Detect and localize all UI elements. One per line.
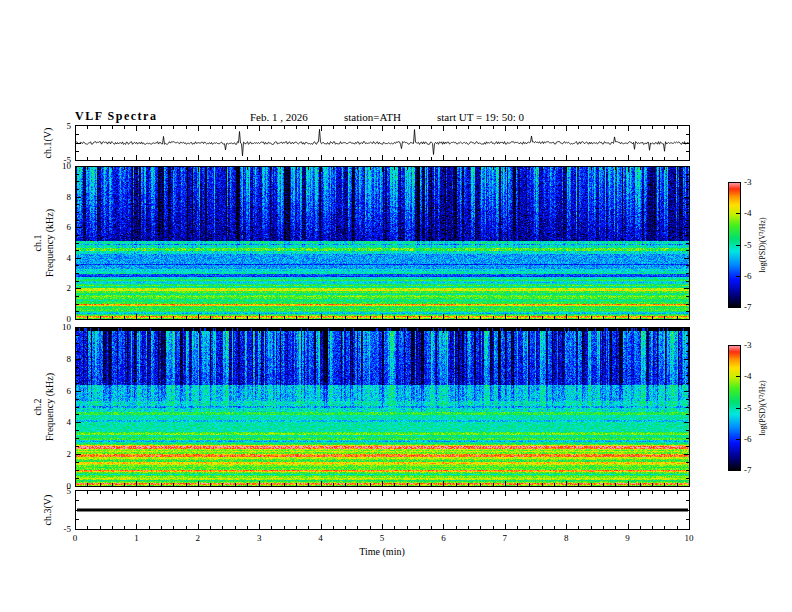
colorbar-ch1-tick: -4 bbox=[744, 208, 752, 218]
time-axis-tick: 7 bbox=[503, 533, 508, 543]
colorbar-ch1-tick: -3 bbox=[744, 177, 752, 187]
colorbar-ch2-tick: -4 bbox=[744, 371, 752, 381]
ch2-spectrogram-ytick: 4 bbox=[67, 417, 72, 427]
ch1-spectrogram-ytick: 8 bbox=[67, 192, 72, 202]
colorbar-ch2-tick: -7 bbox=[744, 465, 752, 475]
ch1-spectrogram-ytick: 6 bbox=[67, 222, 72, 232]
colorbar-ch2-tick: -3 bbox=[744, 340, 752, 350]
ch2-spectrogram-ylabel: ch.2 Frequency (kHz) bbox=[32, 373, 56, 441]
ch1-spectrogram-ylabel-line1: ch.1 bbox=[32, 209, 44, 277]
colorbar-ch1-tick: -5 bbox=[744, 240, 752, 250]
colorbar-ch2 bbox=[728, 345, 741, 471]
ch1-waveform-ytick: 5 bbox=[67, 121, 72, 131]
colorbar-ch2-tick: -5 bbox=[744, 403, 752, 413]
ch1-spectrogram-ytick: 10 bbox=[62, 161, 71, 171]
time-axis-tick: 3 bbox=[257, 533, 262, 543]
ch2-spectrogram-ytick: 2 bbox=[67, 449, 72, 459]
ch1-waveform-ylabel: ch.1(V) bbox=[42, 128, 54, 159]
vlf-spectra-figure: VLF Spectra Feb. 1 , 2026 station=ATH st… bbox=[0, 0, 792, 612]
time-axis-tick: 1 bbox=[134, 533, 139, 543]
ch3-waveform-plot bbox=[75, 490, 690, 530]
ch2-spectrogram-ytick: 0 bbox=[67, 481, 72, 491]
ch2-spectrogram-ytick: 6 bbox=[67, 386, 72, 396]
time-axis-tick: 5 bbox=[380, 533, 385, 543]
ch1-spectrogram-ytick: 4 bbox=[67, 253, 72, 263]
colorbar-ch2-tick: -6 bbox=[744, 434, 752, 444]
colorbar-ch2-label: log(PSD)(V²/Hz) bbox=[758, 380, 767, 435]
ch1-spectrogram-ytick: 2 bbox=[67, 283, 72, 293]
ch3-waveform-ylabel: ch.3(V) bbox=[42, 495, 54, 526]
ch1-spectrogram-ylabel: ch.1 Frequency (kHz) bbox=[32, 209, 56, 277]
colorbar-ch1 bbox=[728, 182, 741, 308]
colorbar-ch1-label: log(PSD)(V²/Hz) bbox=[758, 217, 767, 272]
ch2-spectrogram-plot bbox=[75, 327, 690, 487]
ch2-spectrogram-ytick: 8 bbox=[67, 354, 72, 364]
colorbar-ch1-tick: -7 bbox=[744, 302, 752, 312]
time-axis-tick: 9 bbox=[625, 533, 630, 543]
colorbar-ch1-tick: -6 bbox=[744, 271, 752, 281]
ch3-waveform-ytick: -5 bbox=[64, 524, 72, 534]
ch2-spectrogram-ytick: 10 bbox=[62, 322, 71, 332]
figure-date: Feb. 1 , 2026 bbox=[250, 111, 308, 123]
time-axis-label: Time (min) bbox=[359, 546, 404, 557]
time-axis-tick: 6 bbox=[441, 533, 446, 543]
ch1-waveform-plot bbox=[75, 125, 690, 161]
time-axis-tick: 2 bbox=[196, 533, 201, 543]
ch2-spectrogram-ylabel-line1: ch.2 bbox=[32, 373, 44, 441]
time-axis-tick: 8 bbox=[564, 533, 569, 543]
ch1-spectrogram-ylabel-line2: Frequency (kHz) bbox=[44, 209, 56, 277]
figure-station: station=ATH bbox=[344, 111, 401, 123]
ch1-spectrogram-plot bbox=[75, 166, 690, 320]
time-axis-tick: 0 bbox=[73, 533, 78, 543]
time-axis-tick: 10 bbox=[685, 533, 694, 543]
time-axis-tick: 4 bbox=[318, 533, 323, 543]
figure-start-ut: start UT = 19: 50: 0 bbox=[437, 111, 524, 123]
ch2-spectrogram-ylabel-line2: Frequency (kHz) bbox=[44, 373, 56, 441]
figure-title: VLF Spectra bbox=[75, 109, 157, 124]
